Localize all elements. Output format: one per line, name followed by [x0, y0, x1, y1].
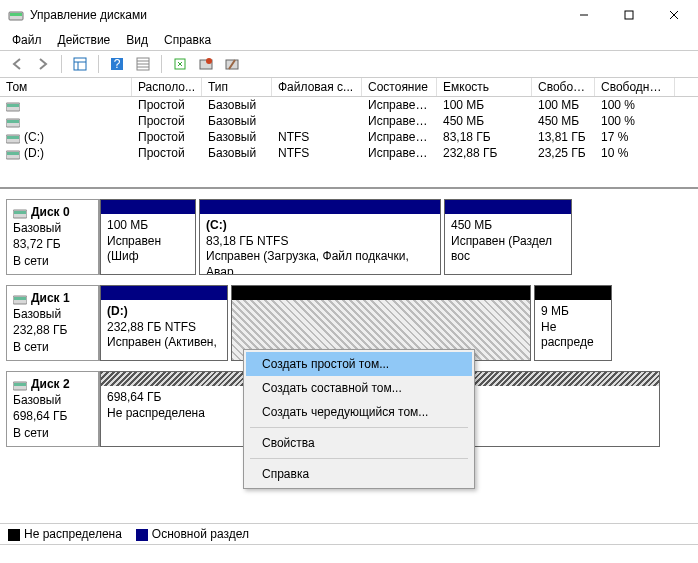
list-row[interactable]: (C:)ПростойБазовыйNTFSИсправен...83,18 Г…	[0, 129, 698, 145]
toolbar: ?	[0, 50, 698, 78]
list-view-button[interactable]	[132, 53, 154, 75]
menu-help[interactable]: Справка	[246, 462, 472, 486]
menu-view[interactable]: Вид	[126, 33, 148, 47]
disk-block: Диск 0Базовый83,72 ГБВ сети100 МБИсправе…	[6, 199, 692, 275]
svg-rect-3	[625, 11, 633, 19]
col-status[interactable]: Состояние	[362, 78, 437, 96]
legend-unalloc: Не распределена	[24, 527, 122, 541]
svg-rect-24	[7, 136, 19, 139]
drive-icon	[6, 100, 20, 112]
col-free[interactable]: Свобод...	[532, 78, 595, 96]
menubar: Файл Действие Вид Справка	[0, 30, 698, 50]
menu-create-striped[interactable]: Создать чередующийся том...	[246, 400, 472, 424]
disk-info[interactable]: Диск 0Базовый83,72 ГБВ сети	[6, 199, 100, 275]
svg-rect-26	[7, 152, 19, 155]
partition[interactable]: 9 МБНе распреде	[534, 285, 612, 361]
help-button[interactable]: ?	[106, 53, 128, 75]
partition[interactable]: (D:)232,88 ГБ NTFSИсправен (Активен,	[100, 285, 228, 361]
col-layout[interactable]: Располо...	[132, 78, 202, 96]
back-button[interactable]	[6, 53, 28, 75]
settings-button[interactable]	[221, 53, 243, 75]
list-row[interactable]: ПростойБазовыйИсправен...450 МБ450 МБ100…	[0, 113, 698, 129]
drive-icon	[6, 148, 20, 160]
partition[interactable]: 450 МБИсправен (Раздел вос	[444, 199, 572, 275]
close-button[interactable]	[651, 1, 696, 29]
col-volume[interactable]: Том	[0, 78, 132, 96]
action-button[interactable]	[195, 53, 217, 75]
maximize-button[interactable]	[606, 1, 651, 29]
window-title: Управление дисками	[30, 8, 561, 22]
legend-swatch-primary	[136, 529, 148, 541]
menu-help[interactable]: Справка	[164, 33, 211, 47]
svg-rect-6	[74, 58, 86, 70]
disk-info[interactable]: Диск 2Базовый698,64 ГБВ сети	[6, 371, 100, 447]
drive-icon	[6, 116, 20, 128]
svg-rect-30	[14, 297, 26, 300]
svg-text:?: ?	[114, 57, 121, 71]
app-icon	[8, 7, 24, 23]
disk-info[interactable]: Диск 1Базовый232,88 ГБВ сети	[6, 285, 100, 361]
refresh-button[interactable]	[169, 53, 191, 75]
col-free-pct[interactable]: Свободно %	[595, 78, 675, 96]
menu-file[interactable]: Файл	[12, 33, 42, 47]
menu-create-spanned[interactable]: Создать составной том...	[246, 376, 472, 400]
list-row[interactable]: ПростойБазовыйИсправен...100 МБ100 МБ100…	[0, 97, 698, 113]
menu-properties[interactable]: Свойства	[246, 431, 472, 455]
svg-rect-22	[7, 120, 19, 123]
svg-point-17	[206, 58, 212, 64]
context-menu: Создать простой том... Создать составной…	[243, 349, 475, 489]
svg-rect-1	[10, 13, 22, 16]
legend-swatch-unalloc	[8, 529, 20, 541]
svg-rect-28	[14, 211, 26, 214]
forward-button[interactable]	[32, 53, 54, 75]
menu-action[interactable]: Действие	[58, 33, 111, 47]
drive-icon	[6, 132, 20, 144]
view-button[interactable]	[69, 53, 91, 75]
menu-create-simple[interactable]: Создать простой том...	[246, 352, 472, 376]
legend-primary: Основной раздел	[152, 527, 249, 541]
svg-rect-20	[7, 104, 19, 107]
col-type[interactable]: Тип	[202, 78, 272, 96]
list-header[interactable]: Том Располо... Тип Файловая с... Состоян…	[0, 78, 698, 97]
volume-list[interactable]: Том Располо... Тип Файловая с... Состоян…	[0, 78, 698, 189]
col-fs[interactable]: Файловая с...	[272, 78, 362, 96]
partition[interactable]: (C:)83,18 ГБ NTFSИсправен (Загрузка, Фай…	[199, 199, 441, 275]
partition[interactable]: 100 МБИсправен (Шиф	[100, 199, 196, 275]
col-capacity[interactable]: Емкость	[437, 78, 532, 96]
svg-rect-32	[14, 383, 26, 386]
legend: Не распределена Основной раздел	[0, 523, 698, 545]
minimize-button[interactable]	[561, 1, 606, 29]
list-row[interactable]: (D:)ПростойБазовыйNTFSИсправен...232,88 …	[0, 145, 698, 161]
titlebar: Управление дисками	[0, 0, 698, 30]
